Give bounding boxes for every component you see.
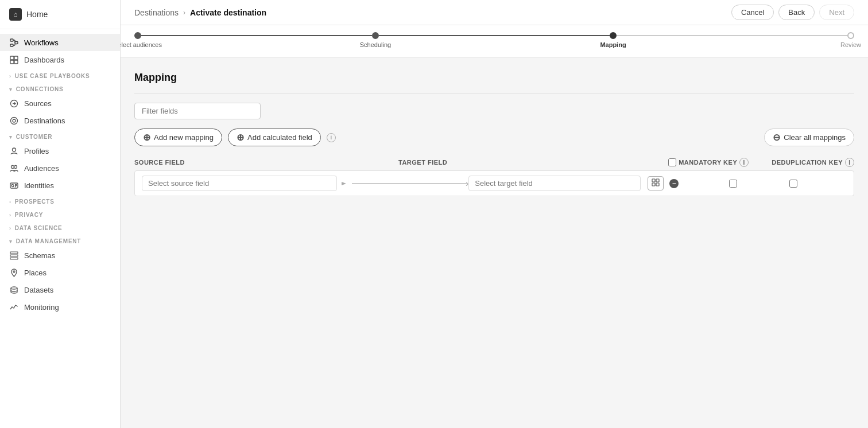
- source-icon: [9, 99, 18, 108]
- identities-icon: [9, 181, 18, 190]
- svg-rect-10: [14, 60, 18, 64]
- filter-fields-input[interactable]: [134, 103, 261, 119]
- svg-point-13: [13, 119, 16, 122]
- section-divider: [134, 93, 854, 94]
- target-field-input[interactable]: [468, 176, 641, 191]
- svg-rect-1: [10, 44, 13, 46]
- add-calculated-label: Add calculated field: [247, 133, 312, 142]
- section-prospects[interactable]: › PROSPECTS: [0, 194, 120, 207]
- cancel-button[interactable]: Cancel: [731, 5, 774, 20]
- svg-rect-2: [15, 41, 18, 44]
- mandatory-info-icon[interactable]: i: [739, 158, 749, 167]
- step-dot-select-audiences: [134, 32, 141, 39]
- svg-rect-9: [10, 60, 14, 64]
- chevron-icon: ▾: [9, 239, 13, 244]
- sidebar-item-label: Identities: [24, 181, 54, 190]
- topbar: Destinations › Activate destination Canc…: [121, 0, 868, 25]
- source-field-input[interactable]: [142, 176, 337, 191]
- sidebar-item-label: Places: [24, 269, 46, 277]
- section-label: USE CASE PLAYBOOKS: [15, 73, 90, 79]
- step-review: Review: [847, 32, 854, 41]
- sidebar-nav: Workflows Dashboards › USE CASE PLAYBOOK…: [0, 29, 120, 320]
- mandatory-checkbox-cell: [696, 180, 770, 188]
- sidebar-item-label: Dashboards: [24, 56, 64, 64]
- source-field-header: SOURCE FIELD: [134, 159, 398, 166]
- target-field-header: TARGET FIELD: [398, 159, 447, 166]
- sidebar-item-profiles[interactable]: Profiles: [0, 142, 120, 159]
- remove-row-button[interactable]: −: [669, 179, 679, 188]
- svg-rect-28: [652, 179, 655, 182]
- mandatory-checkbox[interactable]: [729, 180, 737, 188]
- step-dot-mapping: [610, 32, 617, 39]
- sidebar-item-monitoring[interactable]: Monitoring: [0, 298, 120, 316]
- sidebar-item-sources[interactable]: Sources: [0, 95, 120, 112]
- home-label[interactable]: Home: [26, 10, 48, 19]
- connector-1: [141, 35, 372, 36]
- svg-rect-7: [10, 56, 14, 60]
- destination-icon: [9, 116, 18, 125]
- add-new-mapping-button[interactable]: ⊕ Add new mapping: [134, 129, 222, 146]
- chevron-icon: ▾: [9, 134, 13, 140]
- svg-rect-29: [656, 179, 659, 182]
- dashboard-icon: [9, 55, 18, 64]
- step-label-mapping: Mapping: [600, 41, 626, 48]
- section-data-science[interactable]: › DATA SCIENCE: [0, 220, 120, 234]
- clear-all-mappings-button[interactable]: ⊖ Clear all mappings: [764, 129, 854, 146]
- svg-rect-31: [656, 183, 659, 186]
- sidebar-item-label: Workflows: [24, 38, 59, 47]
- chevron-icon: ›: [9, 199, 11, 205]
- svg-rect-22: [10, 252, 18, 254]
- step-label-review: Review: [840, 41, 861, 48]
- connector-3: [617, 35, 847, 36]
- add-mapping-label: Add new mapping: [154, 133, 214, 142]
- sidebar-item-audiences[interactable]: Audiences: [0, 159, 120, 177]
- section-data-management: ▾ DATA MANAGEMENT: [0, 234, 120, 247]
- topbar-actions: Cancel Back Next: [731, 5, 854, 20]
- chevron-icon: ›: [9, 73, 11, 79]
- section-label: PROSPECTS: [15, 199, 55, 205]
- next-button[interactable]: Next: [819, 5, 854, 20]
- sidebar-item-label: Destinations: [24, 116, 65, 125]
- dedup-info-icon[interactable]: i: [845, 158, 854, 167]
- section-connections: ▾ CONNECTIONS: [0, 81, 120, 95]
- plus-icon-calc: ⊕: [237, 132, 244, 143]
- section-label: PRIVACY: [15, 212, 43, 218]
- mapping-table-header: SOURCE FIELD TARGET FIELD MANDATORY KEY …: [134, 158, 854, 170]
- svg-rect-8: [14, 56, 18, 60]
- section-privacy[interactable]: › PRIVACY: [0, 207, 120, 220]
- svg-marker-27: [342, 182, 346, 185]
- mapping-row: › −: [134, 170, 854, 196]
- sidebar-item-places[interactable]: Places: [0, 264, 120, 281]
- schemas-icon: [9, 251, 18, 260]
- sidebar-item-label: Sources: [24, 99, 52, 108]
- sidebar-item-dashboards[interactable]: Dashboards: [0, 51, 120, 68]
- calculated-info-icon[interactable]: i: [327, 133, 336, 142]
- sidebar-item-datasets[interactable]: Datasets: [0, 281, 120, 298]
- sidebar-item-identities[interactable]: Identities: [0, 177, 120, 194]
- sidebar-item-workflows[interactable]: Workflows: [0, 34, 120, 51]
- home-icon: ⌂: [9, 8, 22, 21]
- sidebar-item-destinations[interactable]: Destinations: [0, 112, 120, 129]
- breadcrumb-parent[interactable]: Destinations: [134, 8, 179, 17]
- step-label-scheduling: Scheduling: [360, 41, 391, 48]
- step-scheduling: Scheduling: [372, 32, 379, 41]
- step-dot-scheduling: [372, 32, 379, 39]
- section-use-case-playbooks[interactable]: › USE CASE PLAYBOOKS: [0, 68, 120, 81]
- sidebar-item-label: Datasets: [24, 286, 53, 294]
- expand-schema-icon: [652, 178, 660, 186]
- plus-icon: ⊕: [143, 132, 150, 143]
- back-button[interactable]: Back: [778, 5, 815, 20]
- schema-expand-button[interactable]: [648, 176, 664, 190]
- sidebar-item-label: Schemas: [24, 251, 55, 260]
- sidebar-item-schemas[interactable]: Schemas: [0, 247, 120, 264]
- chevron-icon: ›: [9, 225, 11, 231]
- breadcrumb: Destinations › Activate destination: [134, 8, 266, 17]
- workflow-icon: [9, 38, 18, 47]
- mandatory-header-checkbox[interactable]: [668, 158, 676, 166]
- svg-point-26: [11, 287, 17, 289]
- add-calculated-field-button[interactable]: ⊕ Add calculated field: [228, 129, 321, 146]
- section-label: DATA SCIENCE: [15, 225, 63, 231]
- dedup-checkbox[interactable]: [789, 180, 797, 188]
- breadcrumb-separator: ›: [183, 9, 185, 17]
- audiences-icon: [9, 164, 18, 173]
